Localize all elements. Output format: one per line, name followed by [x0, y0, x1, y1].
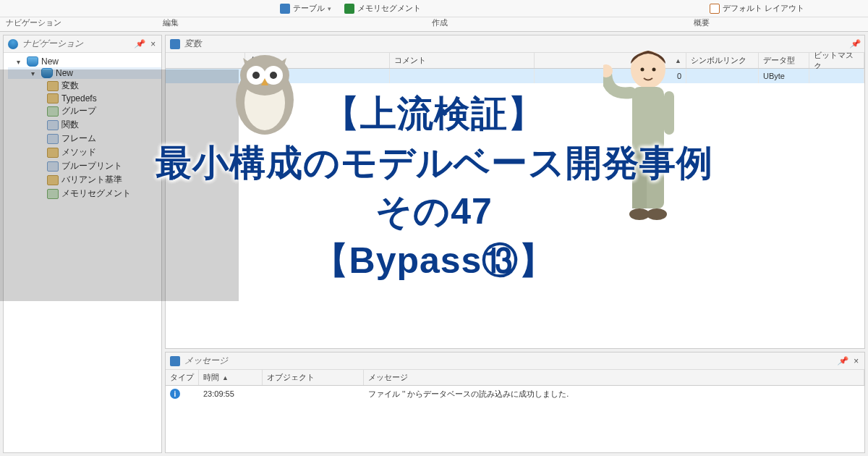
- tree-item-label: メモリセグメント: [61, 187, 131, 200]
- tree-item-label: 変数: [61, 80, 79, 92]
- toolbar: テーブル ▾ メモリセグメント デフォルト レイアウト: [0, 0, 868, 17]
- expand-icon[interactable]: ▾: [17, 58, 24, 66]
- navigation-pane-header: ナビゲーション 📌 ×: [4, 35, 161, 53]
- toolbar-table-label: テーブル: [293, 3, 325, 14]
- cell-bitmask[interactable]: [809, 69, 864, 83]
- tree-item[interactable]: Typedefs: [8, 93, 161, 104]
- sort-asc-icon: ▲: [675, 57, 681, 64]
- navigation-pane: ナビゲーション 📌 × ▾ New ▾ New 変数 Typedefs グループ…: [3, 35, 162, 453]
- tree-item[interactable]: グループ: [8, 104, 161, 118]
- tree-item-label: Typedefs: [61, 93, 97, 104]
- tree-root-label: New: [41, 56, 59, 67]
- sort-asc-icon: ▲: [222, 374, 229, 381]
- table-icon: [280, 4, 290, 14]
- variable-row[interactable]: 0 UByte: [166, 69, 864, 83]
- folder-icon: [47, 189, 59, 199]
- navigation-icon: [8, 39, 18, 49]
- layout-icon: [710, 4, 720, 14]
- section-summary: 概要: [694, 17, 710, 28]
- column-msg-time[interactable]: 時間▲: [199, 370, 263, 385]
- cell-data-type[interactable]: UByte: [759, 69, 809, 83]
- tree-item[interactable]: メモリセグメント: [8, 187, 161, 200]
- tree-item[interactable]: バリアント基準: [8, 173, 161, 187]
- column-symbol-link[interactable]: シンボルリンク: [686, 53, 759, 68]
- tree-root[interactable]: ▾ New: [8, 56, 161, 67]
- cell-value[interactable]: 0: [535, 69, 686, 83]
- folder-icon: [47, 134, 59, 144]
- folder-icon: [47, 93, 59, 104]
- message-pane: メッセージ 📌 × タイプ 時間▲ オブジェクト メッセージ i 23:09:5…: [165, 352, 865, 453]
- toolbar-sections: ナビゲーション 編集 作成 概要: [0, 17, 868, 32]
- message-pane-header: メッセージ 📌 ×: [166, 352, 864, 370]
- tree-item[interactable]: 変数: [8, 79, 161, 93]
- folder-icon: [47, 106, 59, 117]
- table-icon: [170, 39, 180, 49]
- variable-grid-header: 名前 コメント ▲ シンボルリンク データ型 ビットマスク: [166, 53, 864, 69]
- toolbar-table[interactable]: テーブル ▾: [280, 3, 331, 14]
- tree-item[interactable]: 関数: [8, 118, 161, 132]
- database-icon: [41, 68, 53, 78]
- column-msg-type[interactable]: タイプ: [166, 370, 199, 385]
- tree-item-label: フレーム: [61, 132, 96, 145]
- column-bitmask[interactable]: ビットマスク: [809, 53, 864, 68]
- variable-pane-title: 変数: [184, 38, 202, 50]
- close-icon[interactable]: ×: [852, 356, 860, 366]
- tree-child-label: New: [56, 68, 73, 78]
- tree-item-label: バリアント基準: [61, 174, 122, 186]
- column-comment[interactable]: コメント: [390, 53, 535, 68]
- pin-icon[interactable]: 📌: [135, 39, 145, 48]
- expand-icon[interactable]: ▾: [31, 69, 38, 77]
- cell-comment[interactable]: [390, 69, 535, 83]
- cell-symbol-link[interactable]: [686, 69, 759, 83]
- navigation-pane-title: ナビゲーション: [22, 38, 83, 50]
- tree-child[interactable]: ▾ New: [8, 67, 161, 79]
- tree-item[interactable]: メソッド: [8, 145, 161, 159]
- folder-icon: [47, 175, 59, 185]
- cell-msg-type: i: [166, 386, 199, 402]
- database-icon: [27, 56, 38, 67]
- tree-item-label: ブループリント: [61, 160, 122, 172]
- toolbar-default-layout-label: デフォルト レイアウト: [723, 3, 804, 14]
- folder-icon: [47, 120, 59, 130]
- navigation-tree[interactable]: ▾ New ▾ New 変数 Typedefs グループ 関数 フレーム メソッ…: [4, 53, 161, 452]
- message-grid-header: タイプ 時間▲ オブジェクト メッセージ: [166, 370, 864, 386]
- column-msg-object[interactable]: オブジェクト: [263, 370, 364, 385]
- folder-icon: [47, 81, 59, 91]
- section-create: 作成: [432, 17, 448, 28]
- column-name[interactable]: 名前: [245, 53, 390, 68]
- memory-segment-icon: [344, 4, 354, 14]
- cell-msg-text: ファイル '' からデータベースの読み込みに成功しました.: [364, 386, 864, 402]
- toolbar-default-layout[interactable]: デフォルト レイアウト: [710, 3, 804, 14]
- message-icon: [170, 356, 180, 366]
- toolbar-memseg[interactable]: メモリセグメント: [344, 3, 421, 14]
- section-edit: 編集: [163, 17, 179, 28]
- pin-icon[interactable]: 📌: [850, 39, 860, 48]
- variable-pane-header: 変数 📌: [166, 35, 864, 53]
- cell-addr[interactable]: [166, 69, 245, 83]
- column-value[interactable]: ▲: [535, 53, 686, 68]
- cell-msg-time: 23:09:55: [199, 386, 263, 402]
- chevron-down-icon: ▾: [328, 5, 331, 12]
- column-addr[interactable]: [166, 53, 245, 68]
- close-icon[interactable]: ×: [149, 39, 157, 49]
- toolbar-memseg-label: メモリセグメント: [357, 3, 421, 14]
- column-data-type[interactable]: データ型: [759, 53, 809, 68]
- message-row[interactable]: i 23:09:55 ファイル '' からデータベースの読み込みに成功しました.: [166, 386, 864, 402]
- column-msg-text[interactable]: メッセージ: [364, 370, 864, 385]
- variable-pane: 変数 📌 名前 コメント ▲ シンボルリンク データ型 ビットマスク 0 UBy…: [165, 35, 865, 349]
- folder-icon: [47, 148, 59, 158]
- cell-name[interactable]: [245, 69, 390, 83]
- tree-item-label: メソッド: [61, 146, 96, 159]
- tree-item-label: 関数: [61, 119, 79, 131]
- tree-item[interactable]: ブループリント: [8, 159, 161, 173]
- tree-item-label: グループ: [61, 105, 96, 117]
- section-navigation: ナビゲーション: [6, 17, 61, 28]
- folder-icon: [47, 161, 59, 172]
- pin-icon[interactable]: 📌: [838, 356, 848, 366]
- info-icon: i: [170, 389, 180, 399]
- cell-msg-object: [263, 386, 364, 402]
- message-pane-title: メッセージ: [184, 355, 228, 367]
- tree-item[interactable]: フレーム: [8, 132, 161, 145]
